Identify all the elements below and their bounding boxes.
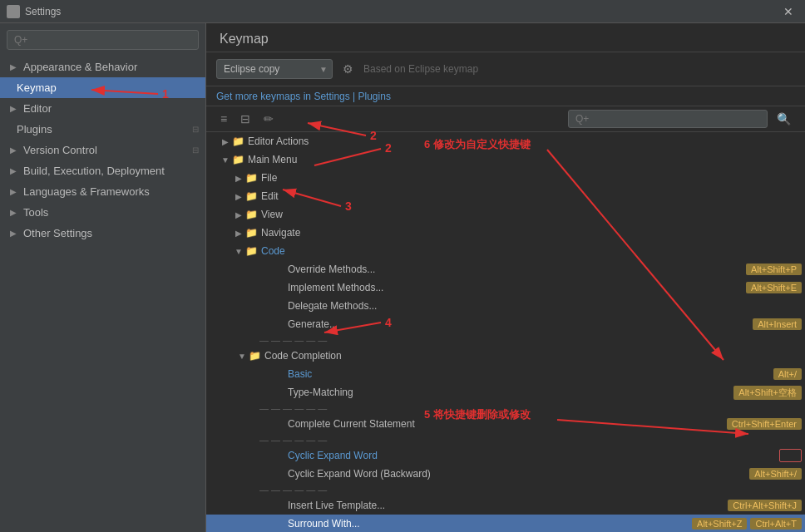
folder-icon: 📁: [244, 244, 258, 258]
sidebar-search-input[interactable]: [7, 30, 199, 50]
item-icon: [271, 263, 284, 276]
tree-item-label: Type-Matching: [288, 387, 733, 398]
edit-button[interactable]: ✏: [259, 110, 278, 128]
tree-item-surround-with[interactable]: Surround With... Alt+Shift+Z Ctrl+Alt+T: [206, 515, 805, 532]
tree-item-code[interactable]: ▼ 📁 Code: [206, 242, 805, 260]
sidebar-item-label: Keymap: [17, 81, 57, 94]
tree-item-delegate-methods[interactable]: Delegate Methods...: [206, 297, 805, 315]
keymap-dropdown-wrapper[interactable]: Eclipse copy ▼: [216, 59, 333, 79]
tree-item-file[interactable]: ▶ 📁 File: [206, 169, 805, 187]
tree-item-label: View: [261, 209, 805, 220]
sidebar-item-label: Appearance & Behavior: [23, 61, 137, 73]
tree-item-cyclic-expand[interactable]: Cyclic Expand Word: [206, 446, 805, 465]
tree-item-complete-current[interactable]: Complete Current Statement Ctrl+Shift+En…: [206, 415, 805, 433]
shortcut-badge: Ctrl+Shift+Enter: [727, 418, 802, 430]
expand-all-button[interactable]: ≡: [216, 110, 231, 128]
get-keymaps-link[interactable]: Get more keymaps in Settings | Plugins: [216, 91, 391, 102]
tree-item-label: Code: [261, 245, 805, 257]
folder-icon: 📁: [244, 190, 258, 203]
item-icon: [271, 517, 284, 530]
tree-item-label: Cyclic Expand Word (Backward): [288, 468, 749, 480]
tree-item-code-completion[interactable]: ▼ 📁 Code Completion: [206, 347, 805, 365]
tree-item-label: File: [261, 172, 805, 184]
shortcut-badge: Alt+Shift+/: [749, 468, 802, 480]
chevron-icon: ▶: [10, 104, 17, 113]
collapse-all-button[interactable]: ⊟: [236, 110, 254, 128]
chevron-icon: ▶: [220, 137, 231, 146]
folder-icon: 📁: [231, 153, 244, 166]
search-button[interactable]: 🔍: [773, 110, 795, 128]
item-icon: [271, 467, 284, 480]
chevron-icon: ▶: [10, 229, 17, 238]
app-icon: [7, 5, 20, 18]
tree-item-type-matching[interactable]: Type-Matching Alt+Shift+空格: [206, 383, 805, 401]
tree-item-implement-methods[interactable]: Implement Methods... Alt+Shift+E: [206, 278, 805, 297]
tree-item-label: Code Completion: [264, 350, 805, 362]
chevron-icon: ▶: [233, 210, 244, 219]
shortcut-badge-2: Ctrl+Alt+T: [750, 518, 802, 530]
item-icon: [271, 367, 284, 381]
chevron-icon: ▶: [10, 208, 17, 217]
separator: — — — — — —: [206, 333, 805, 347]
tree-item-label: Navigate: [261, 227, 805, 239]
window-title: Settings: [25, 6, 778, 17]
chevron-icon: ▶: [10, 166, 17, 175]
sidebar-item-label: Version Control: [23, 144, 97, 156]
shortcut-badge-1: Alt+Shift+Z: [692, 518, 747, 530]
sidebar-item-label: Build, Execution, Deployment: [23, 165, 165, 177]
tree-item-main-menu[interactable]: ▼ 📁 Main Menu: [206, 150, 805, 169]
sidebar-item-tools[interactable]: ▶ Tools: [0, 202, 205, 223]
sidebar-item-languages[interactable]: ▶ Languages & Frameworks: [0, 181, 205, 202]
sidebar-item-keymap[interactable]: Keymap: [0, 77, 205, 98]
chevron-icon: ▶: [10, 62, 17, 71]
folder-icon: 📁: [231, 135, 244, 148]
sidebar-item-label: Other Settings: [23, 227, 92, 239]
chevron-icon: ▶: [10, 187, 17, 196]
keymap-select[interactable]: Eclipse copy: [216, 59, 333, 79]
sidebar: ▶ Appearance & Behavior Keymap ▶ Editor …: [0, 23, 206, 532]
tree-item-view[interactable]: ▶ 📁 View: [206, 205, 805, 224]
chevron-icon: ▶: [233, 174, 244, 183]
sidebar-item-label: Plugins: [17, 123, 52, 135]
tree-item-label: Main Menu: [248, 154, 805, 165]
action-buttons: ≡ ⊟ ✏: [216, 110, 278, 128]
tree-item-navigate[interactable]: ▶ 📁 Navigate: [206, 224, 805, 242]
chevron-icon: ▶: [233, 192, 244, 201]
gear-icon[interactable]: ⚙: [339, 61, 357, 77]
sidebar-item-label: Editor: [23, 102, 52, 115]
tree-item-override-methods[interactable]: Override Methods... Alt+Shift+P: [206, 260, 805, 278]
item-icon: [271, 499, 284, 512]
item-icon: [271, 299, 284, 313]
sidebar-item-version-control[interactable]: ▶ Version Control ⊟: [0, 140, 205, 160]
item-icon: [271, 449, 284, 462]
tree-item-insert-live[interactable]: Insert Live Template... Ctrl+Alt+Shift+J: [206, 496, 805, 515]
sidebar-item-label: Tools: [23, 206, 48, 219]
tree-item-editor-actions[interactable]: ▶ 📁 Editor Actions: [206, 132, 805, 150]
tree-item-generate[interactable]: Generate... Alt+Insert: [206, 315, 805, 333]
tree-item-label: Override Methods...: [288, 264, 746, 275]
page-title: Keymap: [206, 23, 805, 52]
sidebar-item-other[interactable]: ▶ Other Settings: [0, 223, 205, 244]
tree-item-label: Basic: [288, 368, 773, 380]
item-icon: [271, 318, 284, 331]
tree-item-edit[interactable]: ▶ 📁 Edit: [206, 187, 805, 205]
keymap-search-input[interactable]: [568, 110, 768, 128]
close-button[interactable]: ✕: [778, 3, 798, 20]
folder-icon: 📁: [244, 171, 258, 185]
keymap-tree[interactable]: ▶ 📁 Editor Actions ▼ 📁 Main Menu ▶ 📁 Fil…: [206, 132, 805, 532]
tree-item-label: Editor Actions: [248, 135, 805, 147]
chevron-icon: ▶: [233, 229, 244, 238]
sidebar-item-label: Languages & Frameworks: [23, 185, 150, 198]
tree-item-cyclic-expand-back[interactable]: Cyclic Expand Word (Backward) Alt+Shift+…: [206, 465, 805, 483]
chevron-icon: ▼: [236, 352, 248, 361]
tree-item-label: Insert Live Template...: [288, 500, 728, 511]
tree-item-basic[interactable]: Basic Alt+/: [206, 365, 805, 383]
shortcut-badge: Alt+Shift+E: [746, 282, 802, 293]
sidebar-item-plugins[interactable]: Plugins ⊟: [0, 119, 205, 140]
sidebar-item-appearance[interactable]: ▶ Appearance & Behavior: [0, 57, 205, 77]
separator: — — — — — —: [206, 483, 805, 496]
sidebar-item-build[interactable]: ▶ Build, Execution, Deployment: [0, 160, 205, 181]
shortcut-badge: [779, 449, 802, 462]
sidebar-item-editor[interactable]: ▶ Editor: [0, 98, 205, 119]
chevron-icon: ▼: [220, 155, 231, 165]
